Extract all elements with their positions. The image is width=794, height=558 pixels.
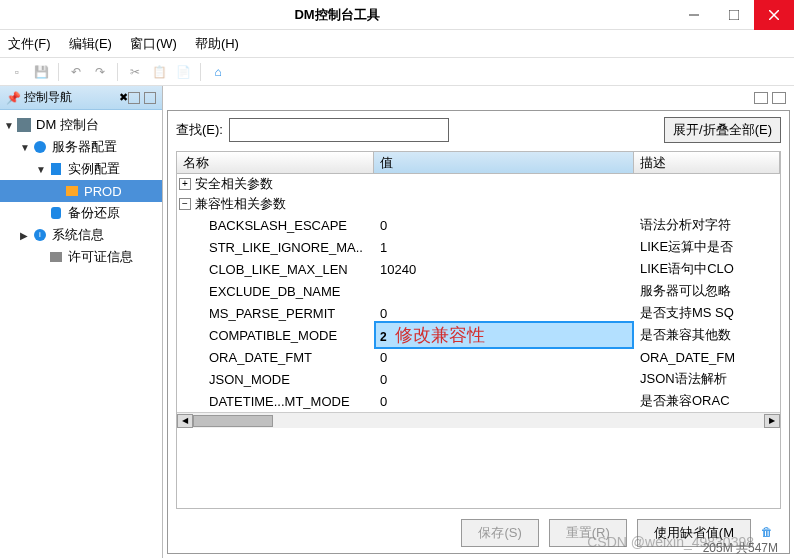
save-icon[interactable]: 💾 bbox=[32, 63, 50, 81]
redo-icon[interactable]: ↷ bbox=[91, 63, 109, 81]
workspace: 📌 控制导航 ✖ DM 控制台 服务器配置 实例配置 bbox=[0, 86, 794, 558]
watermark: CSDN @weixin_49830398 bbox=[587, 534, 754, 550]
table-header: 名称 值 描述 bbox=[177, 152, 780, 174]
cell-name: MS_PARSE_PERMIT bbox=[177, 306, 374, 321]
minimize-button[interactable] bbox=[674, 0, 714, 30]
cell-desc: 是否支持MS SQ bbox=[634, 304, 780, 322]
tree-item-instance-config[interactable]: 实例配置 bbox=[0, 158, 162, 180]
expand-arrow-icon[interactable] bbox=[20, 230, 32, 241]
nav-close-icon[interactable]: ✖ bbox=[119, 91, 128, 104]
expand-collapse-button[interactable]: 展开/折叠全部(E) bbox=[664, 117, 781, 143]
nav-tree: DM 控制台 服务器配置 实例配置 PROD 备份还原 bbox=[0, 110, 162, 272]
table-row[interactable]: JSON_MODE 0 JSON语法解析 bbox=[177, 368, 780, 390]
panel-minimize-icon[interactable] bbox=[754, 92, 768, 104]
cell-name: COMPATIBLE_MODE bbox=[177, 328, 374, 343]
scroll-right-icon[interactable]: ▶ bbox=[764, 414, 780, 428]
column-name-header[interactable]: 名称 bbox=[177, 152, 374, 173]
titlebar: DM控制台工具 bbox=[0, 0, 794, 30]
tree-label: 服务器配置 bbox=[52, 138, 117, 156]
cell-value[interactable]: 0 bbox=[374, 350, 634, 365]
search-input[interactable] bbox=[229, 118, 449, 142]
cell-value[interactable]: 0 bbox=[374, 372, 634, 387]
nav-panel: 📌 控制导航 ✖ DM 控制台 服务器配置 实例配置 bbox=[0, 86, 163, 558]
table-row[interactable]: DATETIME...MT_MODE 0 是否兼容ORAC bbox=[177, 390, 780, 412]
new-icon[interactable]: ▫ bbox=[8, 63, 26, 81]
tree-label: PROD bbox=[84, 184, 122, 199]
expand-arrow-icon[interactable] bbox=[4, 120, 16, 131]
table-row[interactable]: BACKSLASH_ESCAPE 0 语法分析对字符 bbox=[177, 214, 780, 236]
menu-file[interactable]: 文件(F) bbox=[8, 35, 51, 53]
nav-pin-icon[interactable]: 📌 bbox=[6, 91, 20, 105]
table-body: + 安全相关参数 − 兼容性相关参数 BACKSLASH_ESCAPE 0 语法… bbox=[177, 174, 780, 412]
nav-minimize-icon[interactable] bbox=[128, 92, 140, 104]
cell-desc: LIKE运算中是否 bbox=[634, 238, 780, 256]
tree-item-backup-restore[interactable]: 备份还原 bbox=[0, 202, 162, 224]
tree-item-system-info[interactable]: i 系统信息 bbox=[0, 224, 162, 246]
group-compat[interactable]: − 兼容性相关参数 bbox=[177, 194, 780, 214]
horizontal-scrollbar[interactable]: ◀ ▶ bbox=[177, 412, 780, 428]
expand-arrow-icon[interactable] bbox=[36, 164, 48, 175]
cell-name: JSON_MODE bbox=[177, 372, 374, 387]
svg-rect-1 bbox=[729, 10, 739, 20]
nav-header: 📌 控制导航 ✖ bbox=[0, 86, 162, 110]
cell-value-editing[interactable]: 2修改兼容性 bbox=[374, 321, 634, 349]
tree-item-license-info[interactable]: 许可证信息 bbox=[0, 246, 162, 268]
cut-icon[interactable]: ✂ bbox=[126, 63, 144, 81]
annotation-text: 修改兼容性 bbox=[395, 325, 485, 345]
cell-desc: LIKE语句中CLO bbox=[634, 260, 780, 278]
parameter-table: 名称 值 描述 + 安全相关参数 − 兼容性相关参数 BACKSLASH_ESC… bbox=[176, 151, 781, 509]
cell-name: BACKSLASH_ESCAPE bbox=[177, 218, 374, 233]
expand-plus-icon[interactable]: + bbox=[179, 178, 191, 190]
cell-desc: ORA_DATE_FM bbox=[634, 350, 780, 365]
home-icon[interactable]: ⌂ bbox=[209, 63, 227, 81]
tree-item-server-config[interactable]: 服务器配置 bbox=[0, 136, 162, 158]
column-value-header[interactable]: 值 bbox=[374, 152, 634, 173]
scroll-thumb[interactable] bbox=[193, 415, 273, 427]
menu-edit[interactable]: 编辑(E) bbox=[69, 35, 112, 53]
undo-icon[interactable]: ↶ bbox=[67, 63, 85, 81]
window-title: DM控制台工具 bbox=[0, 6, 674, 24]
close-button[interactable] bbox=[754, 0, 794, 30]
search-label: 查找(E): bbox=[176, 121, 223, 139]
window-controls bbox=[674, 0, 794, 30]
database-icon bbox=[48, 205, 64, 221]
cell-value[interactable]: 10240 bbox=[374, 262, 634, 277]
table-row[interactable]: STR_LIKE_IGNORE_MA.. 1 LIKE运算中是否 bbox=[177, 236, 780, 258]
column-desc-header[interactable]: 描述 bbox=[634, 152, 780, 173]
scroll-left-icon[interactable]: ◀ bbox=[177, 414, 193, 428]
cell-desc: 是否兼容其他数 bbox=[634, 326, 780, 344]
ini-icon bbox=[64, 183, 80, 199]
expand-arrow-icon[interactable] bbox=[20, 142, 32, 153]
group-security[interactable]: + 安全相关参数 bbox=[177, 174, 780, 194]
table-row[interactable]: ORA_DATE_FMT 0 ORA_DATE_FM bbox=[177, 346, 780, 368]
separator bbox=[200, 63, 201, 81]
tree-item-root[interactable]: DM 控制台 bbox=[0, 114, 162, 136]
content-header bbox=[167, 90, 790, 110]
content-body: 查找(E): 展开/折叠全部(E) 名称 值 描述 + 安全相关参数 − bbox=[167, 110, 790, 554]
cell-name: DATETIME...MT_MODE bbox=[177, 394, 374, 409]
menu-help[interactable]: 帮助(H) bbox=[195, 35, 239, 53]
cell-value[interactable]: 0 bbox=[374, 218, 634, 233]
cell-desc: JSON语法解析 bbox=[634, 370, 780, 388]
tree-item-prod[interactable]: PROD bbox=[0, 180, 162, 202]
menu-window[interactable]: 窗口(W) bbox=[130, 35, 177, 53]
table-row-editing[interactable]: COMPATIBLE_MODE 2修改兼容性 是否兼容其他数 bbox=[177, 324, 780, 346]
cell-name: CLOB_LIKE_MAX_LEN bbox=[177, 262, 374, 277]
menubar: 文件(F) 编辑(E) 窗口(W) 帮助(H) bbox=[0, 30, 794, 58]
cell-name: ORA_DATE_FMT bbox=[177, 350, 374, 365]
maximize-button[interactable] bbox=[714, 0, 754, 30]
save-button[interactable]: 保存(S) bbox=[461, 519, 538, 547]
cell-value[interactable]: 0 bbox=[374, 394, 634, 409]
collapse-minus-icon[interactable]: − bbox=[179, 198, 191, 210]
table-row[interactable]: CLOB_LIKE_MAX_LEN 10240 LIKE语句中CLO bbox=[177, 258, 780, 280]
cell-value[interactable]: 1 bbox=[374, 240, 634, 255]
separator bbox=[58, 63, 59, 81]
nav-maximize-icon[interactable] bbox=[144, 92, 156, 104]
copy-icon[interactable]: 📋 bbox=[150, 63, 168, 81]
table-row[interactable]: EXCLUDE_DB_NAME 服务器可以忽略 bbox=[177, 280, 780, 302]
cell-name: STR_LIKE_IGNORE_MA.. bbox=[177, 240, 374, 255]
paste-icon[interactable]: 📄 bbox=[174, 63, 192, 81]
group-label: 兼容性相关参数 bbox=[195, 195, 286, 213]
cell-value[interactable]: 0 bbox=[374, 306, 634, 321]
panel-maximize-icon[interactable] bbox=[772, 92, 786, 104]
